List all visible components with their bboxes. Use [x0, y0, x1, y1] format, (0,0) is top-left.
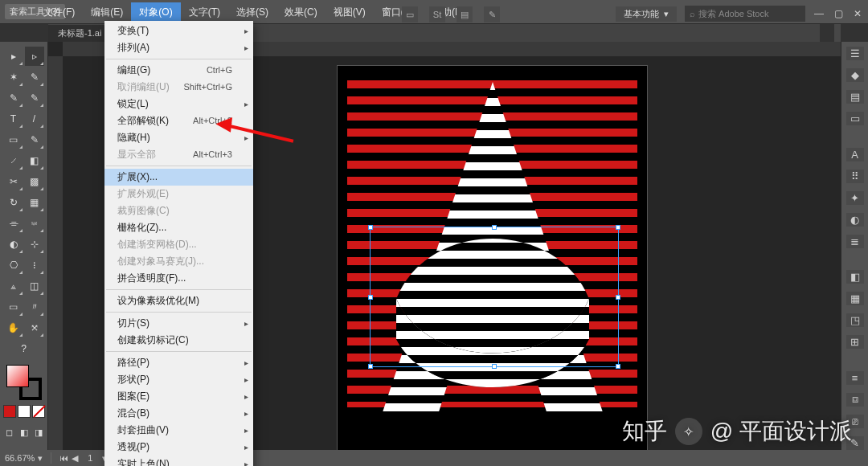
panel-icon[interactable]: ☰	[846, 47, 864, 60]
tool-button[interactable]: ⤧	[25, 318, 44, 337]
selection-handle[interactable]	[368, 295, 373, 300]
tool-button[interactable]: ◐	[4, 235, 23, 254]
zoom-field[interactable]: 66.67% ▾	[5, 453, 43, 464]
menu-item[interactable]: 文件(F)	[35, 2, 83, 22]
fill-swatch[interactable]	[6, 365, 29, 387]
tool-button[interactable]: ⎃	[25, 214, 44, 233]
selection-handle[interactable]	[616, 364, 620, 369]
menu-entry[interactable]: 变换(T)	[104, 22, 253, 39]
color-mode-swatch[interactable]	[18, 405, 31, 418]
tool-button[interactable]: /	[25, 109, 44, 129]
tool-button[interactable]: ▸	[4, 47, 23, 66]
tool-button[interactable]: ✎	[25, 130, 44, 149]
panel-icon[interactable]: ◆	[846, 68, 864, 82]
tool-button[interactable]: ✶	[4, 67, 23, 87]
window-maximize[interactable]: ▢	[833, 8, 844, 19]
panel-icon[interactable]: ✦	[846, 191, 864, 205]
menu-entry[interactable]: 封套扭曲(V)	[104, 422, 253, 439]
menu-item[interactable]: 视图(V)	[326, 2, 374, 22]
panel-icon[interactable]: ◐	[846, 213, 864, 227]
panel-icon[interactable]: ≣	[846, 235, 864, 248]
window-minimize[interactable]: —	[813, 8, 825, 19]
menubar-icon[interactable]: ▤	[457, 6, 473, 22]
draw-mode-button[interactable]: ◧	[18, 426, 31, 439]
menu-entry[interactable]: 锁定(L)	[104, 96, 253, 112]
color-mode-swatch[interactable]	[3, 405, 16, 418]
menu-entry[interactable]: 透视(P)	[104, 439, 253, 456]
object-menu-dropdown[interactable]: 变换(T)排列(A)编组(G)Ctrl+G取消编组(U)Shift+Ctrl+G…	[104, 21, 253, 466]
menu-entry[interactable]: 排列(A)	[104, 39, 253, 56]
tool-button[interactable]: ✎	[25, 67, 44, 87]
tool-button[interactable]: ⫶	[25, 255, 44, 275]
panel-collapse-right[interactable]	[834, 24, 841, 42]
menu-item[interactable]: 效果(C)	[276, 2, 326, 22]
panel-icon[interactable]: ▤	[846, 90, 864, 104]
menu-entry[interactable]: 设为像素级优化(M)	[104, 292, 253, 309]
tool-button[interactable]: ▭	[4, 297, 23, 317]
selection-bounding-box[interactable]	[370, 227, 619, 367]
draw-mode-button[interactable]: ◻	[3, 426, 16, 439]
panel-icon[interactable]: A	[846, 148, 864, 161]
nav-first-icon[interactable]: ⏮	[59, 453, 68, 463]
panel-icon[interactable]: ◳	[846, 313, 864, 327]
selection-handle[interactable]	[492, 364, 497, 369]
menubar-icon[interactable]: ▭	[402, 6, 418, 22]
menubar-icon[interactable]: ✎	[484, 6, 500, 22]
nav-prev-icon[interactable]: ◀	[72, 453, 78, 464]
menu-entry[interactable]: 扩展(X)...	[104, 169, 253, 186]
tool-button[interactable]: ⟋	[4, 151, 23, 170]
menu-item[interactable]: 文字(T)	[181, 2, 228, 22]
selection-handle[interactable]	[616, 295, 620, 300]
panel-icon[interactable]: ◧	[846, 270, 864, 284]
menu-entry[interactable]: 创建裁切标记(C)	[104, 332, 253, 349]
menu-entry[interactable]: 拼合透明度(F)...	[104, 270, 253, 287]
fill-stroke-control[interactable]	[6, 365, 42, 400]
tool-button[interactable]: ▹	[25, 47, 44, 66]
panel-icon[interactable]: ▦	[846, 292, 864, 305]
tool-button[interactable]: ⊹	[25, 235, 44, 254]
selection-handle[interactable]	[616, 225, 620, 230]
menu-entry[interactable]: 实时上色(N)	[104, 456, 253, 466]
panel-icon[interactable]: ≡	[846, 371, 864, 385]
tool-button[interactable]: ⟁	[4, 276, 23, 296]
artboard[interactable]	[338, 66, 647, 450]
tool-button[interactable]: ▦	[25, 193, 44, 212]
tool-button[interactable]: ⌯	[4, 214, 23, 233]
stock-search[interactable]: ⌕ 搜索 Adobe Stock	[685, 6, 805, 22]
menu-entry[interactable]: 编组(G)Ctrl+G	[104, 62, 253, 79]
tool-button[interactable]: ◧	[25, 151, 44, 170]
selection-handle[interactable]	[368, 364, 373, 369]
tool-button[interactable]: ✂	[4, 172, 23, 191]
menubar-icon[interactable]: St	[429, 6, 445, 22]
menu-entry[interactable]: 路径(P)	[104, 354, 253, 371]
panel-icon[interactable]: ▭	[846, 112, 864, 125]
draw-mode-button[interactable]: ◨	[32, 426, 45, 439]
tool-button[interactable]: ▭	[4, 130, 23, 149]
color-mode-swatch[interactable]	[32, 405, 45, 418]
menu-entry[interactable]: 切片(S)	[104, 315, 253, 332]
tool-button[interactable]: ✎	[4, 88, 23, 108]
selection-handle[interactable]	[368, 225, 373, 230]
tool-button[interactable]: ▩	[25, 172, 44, 191]
tool-button[interactable]: T	[4, 109, 23, 129]
menu-item[interactable]: 选择(S)	[228, 2, 276, 22]
panel-icon[interactable]: ⧈	[846, 393, 864, 407]
tool-button[interactable]: ✎	[25, 88, 44, 108]
menu-item[interactable]: 对象(O)	[131, 2, 180, 22]
panel-icon[interactable]: ⊞	[846, 335, 864, 349]
panel-icon[interactable]: ⠿	[846, 170, 864, 183]
menu-item[interactable]: 编辑(E)	[83, 2, 131, 22]
tool-button[interactable]: ◫	[25, 276, 44, 296]
menu-entry[interactable]: 混合(B)	[104, 405, 253, 422]
help-tool-icon[interactable]: ?	[14, 339, 34, 358]
menu-entry[interactable]: 图案(E)	[104, 388, 253, 405]
selection-handle[interactable]	[492, 225, 497, 230]
tool-button[interactable]: ↻	[4, 193, 23, 212]
menu-entry[interactable]: 形状(P)	[104, 371, 253, 388]
workspace-switcher[interactable]: 基本功能 ▾	[616, 6, 677, 22]
window-close[interactable]: ✕	[852, 8, 863, 19]
tool-button[interactable]: 〃	[25, 297, 44, 317]
tool-button[interactable]: ✋	[4, 318, 23, 337]
menu-entry[interactable]: 栅格化(Z)...	[104, 219, 253, 236]
tool-button[interactable]: ⎔	[4, 255, 23, 275]
